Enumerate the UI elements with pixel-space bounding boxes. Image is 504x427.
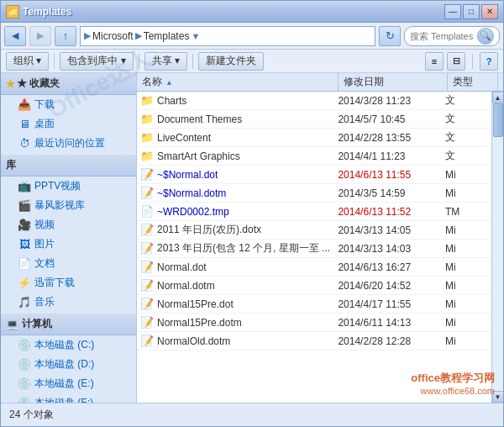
table-row[interactable]: 📄~WRD0002.tmp2014/6/13 11:52TM bbox=[137, 203, 491, 221]
folder-icon: 📁 bbox=[140, 131, 154, 145]
file-date: 2014/3/13 14:05 bbox=[334, 221, 442, 239]
file-icon: 📝 bbox=[140, 298, 154, 311]
address-path[interactable]: ▶ Microsoft ▶ Templates ▼ bbox=[80, 26, 375, 46]
window-controls: — □ ✕ bbox=[444, 4, 498, 19]
search-box[interactable]: 🔍 bbox=[404, 26, 500, 46]
sidebar-item-drive-f[interactable]: 💿 本地磁盘 (F:) bbox=[1, 393, 136, 403]
recent-icon: ⏱ bbox=[18, 137, 31, 150]
file-type: 文 bbox=[442, 92, 491, 109]
file-name: NormalOld.dotm bbox=[157, 335, 230, 347]
drive-d-icon: 💿 bbox=[18, 358, 31, 372]
file-name: SmartArt Graphics bbox=[157, 150, 240, 162]
sidebar-item-baofeng[interactable]: 🎬 暴风影视库 bbox=[1, 196, 136, 215]
search-input[interactable] bbox=[410, 31, 477, 41]
file-icon: 📝 bbox=[140, 242, 154, 256]
sidebar-item-video[interactable]: 🎥 视频 bbox=[1, 215, 136, 235]
file-name: Document Themes bbox=[157, 113, 242, 125]
folder-icon: 📁 bbox=[140, 150, 154, 163]
column-date-header[interactable]: 修改日期 bbox=[339, 73, 448, 91]
table-row[interactable]: 📁Charts2014/3/28 11:23文 bbox=[137, 92, 491, 110]
organize-button[interactable]: 组织 ▾ bbox=[6, 52, 49, 71]
table-row[interactable]: 📁SmartArt Graphics2014/4/1 11:23文 bbox=[137, 147, 491, 166]
table-row[interactable]: 📁Document Themes2014/5/7 10:45文 bbox=[137, 110, 491, 129]
file-name: 2013 年日历(包含 12 个月, 星期一至 ... bbox=[157, 241, 330, 256]
docs-icon: 📄 bbox=[18, 257, 31, 271]
table-row[interactable]: 📝2011 年日历(农历).dotx2014/3/13 14:05Mi bbox=[137, 221, 491, 240]
file-type: Mi bbox=[442, 258, 491, 276]
file-icon: 📄 bbox=[140, 205, 154, 219]
file-icon: 📝 bbox=[140, 187, 154, 200]
toolbar-right: ≡ ⊟ ? bbox=[425, 52, 498, 71]
vertical-scrollbar[interactable]: ▲ ▼ bbox=[491, 92, 503, 403]
table-row[interactable]: 📝Normal.dotm2014/6/20 14:52Mi bbox=[137, 277, 491, 295]
status-count: 24 个对象 bbox=[9, 408, 54, 422]
maximize-button[interactable]: □ bbox=[463, 4, 480, 19]
file-name: Charts bbox=[157, 95, 186, 107]
sidebar-item-drive-c[interactable]: 💿 本地磁盘 (C:) bbox=[1, 335, 136, 355]
close-button[interactable]: ✕ bbox=[481, 4, 498, 19]
file-name: ~$Normal.dot bbox=[157, 169, 218, 181]
desktop-icon: 🖥 bbox=[18, 118, 31, 131]
file-type: 文 bbox=[442, 129, 491, 146]
file-type: TM bbox=[442, 203, 491, 220]
sidebar-item-docs[interactable]: 📄 文档 bbox=[1, 254, 136, 273]
sidebar-item-music[interactable]: 🎵 音乐 bbox=[1, 293, 136, 312]
back-button[interactable]: ◀ bbox=[4, 26, 26, 46]
include-library-button[interactable]: 包含到库中 ▾ bbox=[60, 52, 133, 71]
scroll-thumb[interactable] bbox=[493, 103, 503, 137]
favorites-header[interactable]: ★ ★ 收藏夹 bbox=[1, 73, 136, 95]
table-row[interactable]: 📝NormalOld.dotm2014/2/28 12:28Mi bbox=[137, 332, 491, 351]
file-list-container: 名称 ▲ 修改日期 类型 📁Charts2014/3/28 11:23文📁Doc… bbox=[137, 73, 503, 403]
sidebar-item-pptv[interactable]: 📺 PPTV视频 bbox=[1, 177, 136, 196]
file-type: 文 bbox=[442, 110, 491, 128]
file-icon: 📝 bbox=[140, 316, 154, 329]
table-row[interactable]: 📝2013 年日历(包含 12 个月, 星期一至 ...2014/3/13 14… bbox=[137, 240, 491, 258]
column-type-header[interactable]: 类型 bbox=[448, 73, 498, 91]
file-type: Mi bbox=[442, 277, 491, 294]
scroll-down-arrow[interactable]: ▼ bbox=[492, 391, 504, 403]
table-row[interactable]: 📁LiveContent2014/2/28 13:55文 bbox=[137, 129, 491, 147]
scroll-up-arrow[interactable]: ▲ bbox=[492, 92, 504, 103]
sidebar-item-xunlei[interactable]: ⚡ 迅雷下载 bbox=[1, 273, 136, 293]
table-row[interactable]: 📝Normal15Pre.dot2014/4/17 11:55Mi bbox=[137, 295, 491, 314]
sidebar-item-drive-d[interactable]: 💿 本地磁盘 (D:) bbox=[1, 355, 136, 374]
sidebar-item-recent[interactable]: ⏱ 最近访问的位置 bbox=[1, 134, 136, 153]
scroll-track[interactable] bbox=[492, 103, 503, 391]
forward-button[interactable]: ▶ bbox=[29, 26, 51, 46]
file-list-header: 名称 ▲ 修改日期 类型 bbox=[137, 73, 503, 92]
refresh-button[interactable]: ↻ bbox=[379, 26, 401, 46]
sidebar-item-desktop[interactable]: 🖥 桌面 bbox=[1, 114, 136, 134]
sidebar-item-pictures[interactable]: 🖼 图片 bbox=[1, 235, 136, 254]
column-name-header[interactable]: 名称 ▲ bbox=[137, 73, 339, 91]
table-row[interactable]: 📝~$Normal.dot2014/6/13 11:55Mi bbox=[137, 166, 491, 184]
new-folder-button[interactable]: 新建文件夹 bbox=[198, 52, 264, 71]
computer-section: 💻 计算机 💿 本地磁盘 (C:) 💿 本地磁盘 (D:) 💿 本地磁盘 (E:… bbox=[1, 314, 136, 403]
music-icon: 🎵 bbox=[18, 296, 31, 309]
file-list-with-scroll: 📁Charts2014/3/28 11:23文📁Document Themes2… bbox=[137, 92, 503, 403]
video-icon: 🎥 bbox=[18, 219, 31, 232]
toolbar-separator-1 bbox=[54, 54, 55, 69]
sidebar-item-drive-e[interactable]: 💿 本地磁盘 (E:) bbox=[1, 374, 136, 393]
up-button[interactable]: ↑ bbox=[55, 26, 76, 46]
help-button[interactable]: ? bbox=[480, 52, 498, 71]
view-list-button[interactable]: ⊟ bbox=[447, 52, 465, 71]
toolbar-separator-3 bbox=[192, 54, 193, 69]
sidebar-item-download[interactable]: 📥 下载 bbox=[1, 95, 136, 114]
pictures-icon: 🖼 bbox=[18, 238, 31, 251]
file-date: 2014/3/28 11:23 bbox=[334, 92, 442, 109]
computer-icon: 💻 bbox=[6, 319, 18, 330]
search-button[interactable]: 🔍 bbox=[477, 28, 494, 45]
table-row[interactable]: 📝~$Normal.dotm2014/3/5 14:59Mi bbox=[137, 184, 491, 203]
minimize-button[interactable]: — bbox=[444, 4, 461, 19]
file-date: 2014/6/13 16:27 bbox=[334, 258, 442, 276]
file-type: Mi bbox=[442, 166, 491, 183]
share-button[interactable]: 共享 ▾ bbox=[144, 52, 187, 71]
view-details-button[interactable]: ≡ bbox=[425, 52, 444, 71]
table-row[interactable]: 📝Normal.dot2014/6/13 16:27Mi bbox=[137, 258, 491, 277]
table-row[interactable]: 📝Normal15Pre.dotm2014/6/11 14:13Mi bbox=[137, 314, 491, 332]
file-icon: 📝 bbox=[140, 168, 154, 182]
file-type: Mi bbox=[442, 314, 491, 331]
file-date: 2014/3/13 14:03 bbox=[334, 240, 442, 257]
computer-header[interactable]: 💻 计算机 bbox=[1, 314, 136, 335]
library-header[interactable]: 库 bbox=[1, 155, 136, 177]
